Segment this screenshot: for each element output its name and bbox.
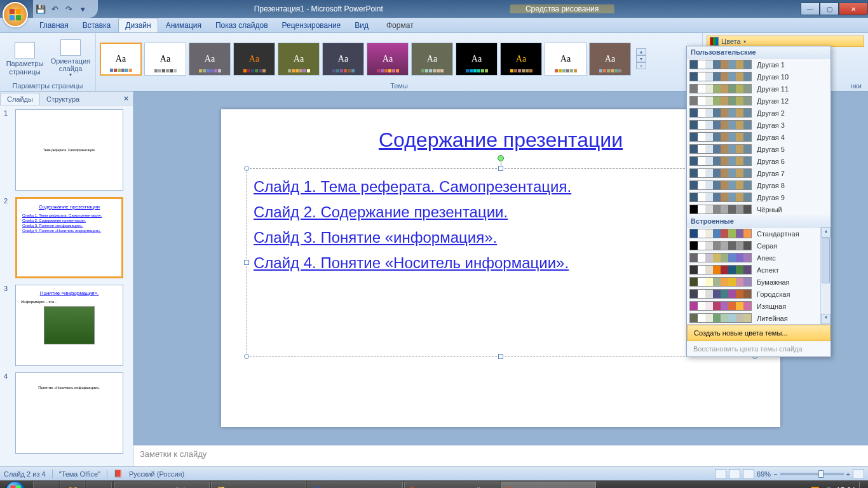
- slide-orientation-button[interactable]: Ориентация слайда▾: [50, 38, 92, 79]
- color-scheme-row[interactable]: Другая 9: [687, 191, 831, 203]
- zoom-out-icon[interactable]: −: [773, 470, 777, 478]
- show-desktop[interactable]: [859, 482, 864, 488]
- color-scheme-row[interactable]: Городская: [687, 288, 831, 300]
- content-line[interactable]: Слайд 2. Содержание презентации.: [254, 203, 748, 221]
- color-scheme-row[interactable]: Другая 5: [687, 143, 831, 155]
- color-scheme-row[interactable]: Аспект: [687, 264, 831, 276]
- content-line[interactable]: Слайд 4. Понятие «Носитель информации».: [254, 254, 748, 272]
- theme-thumb[interactable]: Aa: [589, 43, 631, 76]
- minimize-button[interactable]: —: [801, 3, 820, 15]
- color-scheme-row[interactable]: Другая 8: [687, 179, 831, 191]
- color-scheme-row[interactable]: Другая 12: [687, 95, 831, 107]
- view-normal-icon[interactable]: [715, 469, 726, 479]
- tab-view[interactable]: Вид: [348, 18, 375, 32]
- slide-thumb-3[interactable]: 3Понятие «информация».Информация – это..…: [4, 285, 129, 366]
- color-scheme-name: Аспект: [757, 266, 779, 274]
- rotate-handle[interactable]: [498, 155, 504, 161]
- taskbar-item[interactable]: PПрезентация Войн...: [404, 482, 499, 488]
- theme-thumb[interactable]: Aa: [144, 43, 186, 76]
- fit-window-icon[interactable]: [853, 469, 864, 479]
- pinned-ie-icon[interactable]: e: [33, 482, 58, 488]
- theme-thumb[interactable]: Aa: [233, 43, 275, 76]
- taskbar-item[interactable]: PПрезентация1: [501, 482, 596, 488]
- taskbar-item[interactable]: WДокумент1 - Micros...: [308, 482, 403, 488]
- color-swatch: [689, 156, 752, 166]
- content-textbox[interactable]: Слайд 1. Тема реферата. Самопрезентация.…: [247, 168, 755, 356]
- color-scheme-row[interactable]: Другая 3: [687, 119, 831, 131]
- theme-thumb[interactable]: Aa: [189, 43, 231, 76]
- view-slideshow-icon[interactable]: [743, 469, 754, 479]
- content-line[interactable]: Слайд 3. Понятие «информация».: [254, 229, 748, 247]
- tab-format[interactable]: Формат: [380, 18, 420, 32]
- undo-icon[interactable]: ↶: [50, 4, 60, 14]
- resize-handle[interactable]: [244, 166, 249, 171]
- color-scheme-row[interactable]: Серая: [687, 240, 831, 252]
- notes-pane[interactable]: Заметки к слайду: [133, 445, 868, 466]
- slide-title[interactable]: Содержание презентации: [247, 128, 755, 152]
- color-scheme-row[interactable]: Другая 2: [687, 107, 831, 119]
- start-button[interactable]: [0, 480, 31, 488]
- theme-thumb[interactable]: Aa: [456, 43, 498, 76]
- gallery-scroll[interactable]: ▴▾▿: [636, 48, 646, 69]
- taskbar-item[interactable]: eИсторический фак...: [114, 482, 210, 488]
- color-scheme-row[interactable]: Другая 1: [687, 58, 831, 71]
- theme-thumb[interactable]: Aa: [100, 43, 142, 76]
- close-panel-icon[interactable]: ✕: [119, 93, 133, 105]
- status-bar: Слайд 2 из 4 "Тема Office" 📕 Русский (Ро…: [0, 466, 868, 480]
- theme-thumb[interactable]: Aa: [367, 43, 409, 76]
- close-button[interactable]: ✕: [839, 3, 868, 15]
- color-scheme-row[interactable]: Другая 4: [687, 131, 831, 143]
- themes-gallery[interactable]: Aa Aa Aa Aa Aa Aa Aa Aa Aa Aa Aa Aa: [100, 43, 631, 76]
- color-scheme-row[interactable]: Другая 7: [687, 167, 831, 179]
- page-setup-button[interactable]: Параметры страницы: [4, 41, 46, 76]
- theme-thumb[interactable]: Aa: [322, 43, 364, 76]
- resize-handle[interactable]: [498, 354, 503, 359]
- zoom-level[interactable]: 69%: [757, 470, 771, 478]
- color-scheme-row[interactable]: Апекс: [687, 252, 831, 264]
- theme-thumb[interactable]: Aa: [545, 43, 587, 76]
- color-scheme-row[interactable]: Литейная: [687, 312, 831, 324]
- color-scheme-row[interactable]: Бумажная: [687, 276, 831, 288]
- color-scheme-row[interactable]: Стандартная: [687, 227, 831, 240]
- view-sorter-icon[interactable]: [729, 469, 740, 479]
- pinned-explorer-icon[interactable]: 📁: [60, 482, 85, 488]
- zoom-in-icon[interactable]: +: [846, 470, 850, 478]
- zoom-slider[interactable]: [780, 473, 844, 475]
- save-icon[interactable]: 💾: [36, 4, 46, 14]
- content-line[interactable]: Слайд 1. Тема реферата. Самопрезентация.: [254, 178, 748, 196]
- taskbar-item[interactable]: 📁СИКТ: [211, 482, 306, 488]
- color-scheme-name: Другая 11: [757, 85, 789, 93]
- color-scheme-row[interactable]: Другая 11: [687, 83, 831, 95]
- office-button[interactable]: [3, 2, 28, 27]
- tab-outline[interactable]: Структура: [40, 93, 86, 105]
- create-theme-colors[interactable]: Создать новые цвета темы...: [687, 325, 831, 341]
- tab-insert[interactable]: Вставка: [76, 18, 118, 32]
- spellcheck-icon[interactable]: 📕: [114, 470, 123, 478]
- tab-animation[interactable]: Анимация: [159, 18, 208, 32]
- tab-review[interactable]: Рецензирование: [276, 18, 348, 32]
- theme-thumb[interactable]: Aa: [411, 43, 453, 76]
- slide-thumb-1[interactable]: 1Тема реферата. Самопрезентация.: [4, 109, 129, 191]
- resize-handle[interactable]: [244, 260, 249, 265]
- qat-more-icon[interactable]: ▾: [78, 4, 88, 14]
- color-scheme-row[interactable]: Другая 10: [687, 71, 831, 83]
- maximize-button[interactable]: ▢: [820, 3, 839, 15]
- resize-handle[interactable]: [498, 166, 503, 171]
- slide-thumb-4[interactable]: 4Понятие «Носитель информации».: [4, 372, 129, 454]
- color-scheme-row[interactable]: Изящная: [687, 300, 831, 312]
- redo-icon[interactable]: ↷: [64, 4, 74, 14]
- slide-thumb-2[interactable]: 2Содержание презентацииСлайд 1. Тема реф…: [4, 197, 129, 278]
- colors-scrollbar[interactable]: ▴▾: [820, 227, 831, 324]
- theme-thumb[interactable]: Aa: [278, 43, 320, 76]
- resize-handle[interactable]: [244, 354, 249, 359]
- tab-slides[interactable]: Слайды: [0, 93, 40, 105]
- color-scheme-row[interactable]: Чёрный: [687, 203, 831, 215]
- color-scheme-row[interactable]: Другая 6: [687, 155, 831, 167]
- language-indicator[interactable]: Русский (Россия): [129, 470, 184, 478]
- pinned-wmp-icon[interactable]: ▶: [86, 482, 112, 488]
- tab-design[interactable]: Дизайн: [118, 18, 158, 32]
- theme-thumb[interactable]: Aa: [500, 43, 542, 76]
- tab-slideshow[interactable]: Показ слайдов: [209, 18, 275, 32]
- tab-home[interactable]: Главная: [33, 18, 75, 32]
- restore-theme-colors[interactable]: Восстановить цвета темы слайда: [687, 341, 831, 356]
